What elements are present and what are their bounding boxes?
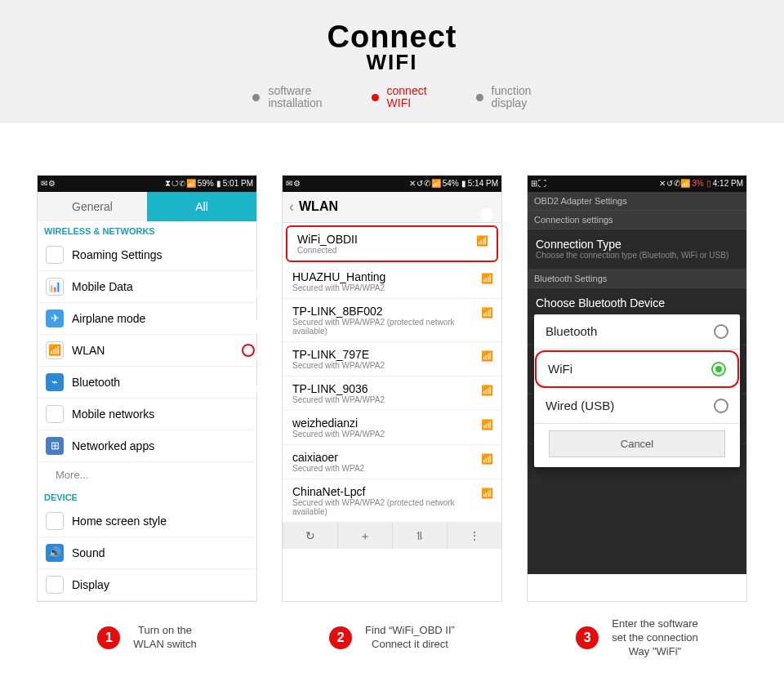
settings-row[interactable]: ▲Roaming Settings	[38, 239, 256, 271]
row-label: Airplane mode	[72, 312, 248, 325]
dot-icon	[252, 94, 260, 101]
wifi-network-row[interactable]: WiFi_OBDIIConnected📶	[286, 225, 498, 262]
dot-icon	[476, 94, 483, 101]
row-label: Networked apps	[72, 439, 248, 452]
captions-row: 1 Turn on the WLAN switch 2 Find “WiFi_O…	[0, 617, 784, 659]
row-icon: ⌂	[46, 512, 64, 530]
radio-icon	[714, 399, 728, 413]
settings-row[interactable]: ⊞Networked apps	[38, 430, 256, 462]
wifi-network-row[interactable]: weizhedianziSecured with WPA/WPA2📶	[283, 411, 501, 445]
tab-all[interactable]: All	[147, 192, 256, 221]
option-wifi[interactable]: WiFi	[535, 350, 739, 388]
row-icon: ⌁	[46, 373, 64, 391]
caption-text: Turn on the WLAN switch	[133, 624, 196, 652]
phone-obd-settings: ⊞ ⛶ ✕ ↺ ✆ 📶 3%▯ 4:12 PM OBD2 Adapter Set…	[528, 176, 746, 601]
network-name: WiFi_OBDII	[297, 233, 487, 246]
step-software[interactable]: softwareinstallation	[252, 85, 322, 110]
network-name: caixiaoer	[292, 451, 492, 464]
more-button[interactable]: More...	[38, 462, 256, 488]
settings-row[interactable]: ⚝Mobile networks	[38, 399, 256, 430]
settings-row[interactable]: 📶WLAN	[38, 335, 256, 367]
step-function[interactable]: functiondisplay	[476, 85, 532, 110]
row-icon: ▲	[46, 246, 64, 264]
network-status: Secured with WPA/WPA2	[292, 395, 492, 404]
steps-bar: softwareinstallation connectWIFI functio…	[0, 85, 784, 110]
clock: 5:14 PM	[468, 179, 498, 188]
network-status: Connected	[297, 246, 487, 255]
step-label: installation	[268, 96, 322, 109]
status-icons-left: ✉ ⚙	[286, 179, 300, 188]
back-icon[interactable]: ‹	[289, 198, 294, 216]
step-badge: 2	[329, 626, 352, 649]
caption-2: 2 Find “WiFi_OBD II” Connect it direct	[283, 617, 501, 659]
row-label: Mobile networks	[72, 408, 248, 421]
row-label: Mobile Data	[72, 280, 248, 293]
step-label: software	[268, 84, 311, 97]
network-name: TP-LINK_9036	[292, 382, 492, 395]
add-network-button[interactable]: ＋	[337, 523, 392, 549]
row-label: Bluetooth	[72, 376, 248, 389]
wifi-icon: 📶	[481, 273, 493, 284]
settings-row[interactable]: ✈Airplane mode	[38, 303, 256, 335]
tab-general[interactable]: General	[38, 192, 147, 221]
section-device: DEVICE	[38, 488, 256, 506]
row-title: Connection Type	[536, 238, 738, 251]
network-name: TP-LINK_797E	[292, 348, 492, 361]
wifi-icon: 📶	[481, 350, 493, 362]
phone-settings: ✉ ⚙ ⧗ ↺ ✆ 📶 59%▮ 5:01 PM General All WIR…	[38, 176, 256, 601]
highlight-ring	[242, 344, 255, 357]
status-bar: ✉ ⚙ ⧗ ↺ ✆ 📶 59%▮ 5:01 PM	[38, 176, 256, 192]
wifi-network-row[interactable]: TP-LINK_797ESecured with WPA/WPA2📶	[283, 342, 501, 376]
status-icons: ✕ ↺ ✆ 📶	[409, 179, 439, 188]
settings-row[interactable]: ⌂Home screen style	[38, 506, 256, 537]
option-label: Wired (USB)	[546, 399, 614, 412]
row-icon: 🔊	[46, 544, 64, 562]
connection-type-row[interactable]: Connection Type Choose the connection ty…	[528, 229, 746, 270]
settings-row[interactable]: 📊Mobile Data	[38, 271, 256, 303]
section-wireless: WIRELESS & NETWORKS	[38, 221, 256, 239]
wifi-network-row[interactable]: ChinaNet-LpcfSecured with WPA/WPA2 (prot…	[283, 479, 501, 523]
step-label: display	[492, 96, 528, 109]
status-bar: ✉ ⚙ ✕ ↺ ✆ 📶 54%▮ 5:14 PM	[283, 176, 501, 192]
wifi-icon: 📶	[481, 307, 493, 318]
wps-button[interactable]: ⥮	[392, 523, 447, 549]
header-band: Connect WIFI softwareinstallation connec…	[0, 0, 784, 123]
row-label: Home screen style	[72, 514, 248, 528]
wifi-network-row[interactable]: HUAZHU_HantingSecured with WPA/WPA2📶	[283, 265, 501, 299]
menu-button[interactable]: ⋮	[447, 523, 501, 549]
step-label: WIFI	[387, 96, 412, 109]
wifi-network-row[interactable]: caixiaoerSecured with WPA2📶	[283, 445, 501, 479]
screen-title: WLAN	[299, 199, 495, 214]
settings-row[interactable]: ⌁Bluetooth	[38, 367, 256, 399]
battery-percent: 59%	[198, 179, 214, 188]
page-subtitle: WIFI	[0, 50, 784, 75]
wifi-icon: 📶	[481, 385, 493, 396]
network-status: Secured with WPA2	[292, 464, 492, 473]
option-wired[interactable]: Wired (USB)	[534, 389, 740, 424]
network-name: weizhedianzi	[292, 416, 492, 430]
wifi-network-row[interactable]: TP-LINK_9036Secured with WPA/WPA2📶	[283, 376, 501, 411]
settings-row[interactable]: 🔊Sound	[38, 537, 256, 569]
network-status: Secured with WPA/WPA2	[292, 283, 492, 292]
network-status: Secured with WPA/WPA2 (protected network…	[292, 318, 492, 336]
row-label: Roaming Settings	[72, 248, 248, 261]
row-subtitle: Choose the connection type (Bluetooth, W…	[536, 251, 738, 261]
row-icon: ⊞	[46, 437, 64, 455]
clock: 4:12 PM	[713, 179, 743, 188]
network-status: Secured with WPA/WPA2	[292, 361, 492, 370]
radio-icon	[711, 362, 726, 376]
row-icon: ▥	[46, 576, 64, 594]
step-connect-wifi[interactable]: connectWIFI	[372, 85, 427, 110]
network-name: HUAZHU_Hanting	[292, 270, 492, 283]
settings-row[interactable]: ▥Display	[38, 569, 256, 601]
battery-percent: 54%	[443, 179, 459, 188]
option-bluetooth[interactable]: Bluetooth	[534, 314, 740, 350]
row-icon: ✈	[46, 310, 64, 327]
row-icon: 📶	[46, 341, 64, 359]
wifi-network-row[interactable]: TP-LINK_8BF002Secured with WPA/WPA2 (pro…	[283, 299, 501, 342]
connection-type-dialog: Bluetooth WiFi Wired (USB) Cancel	[534, 314, 740, 467]
cancel-button[interactable]: Cancel	[549, 430, 725, 457]
refresh-button[interactable]: ↻	[283, 523, 337, 549]
status-icons-left: ✉ ⚙	[41, 179, 55, 188]
status-icons: ✕ ↺ ✆ 📶	[659, 179, 689, 188]
